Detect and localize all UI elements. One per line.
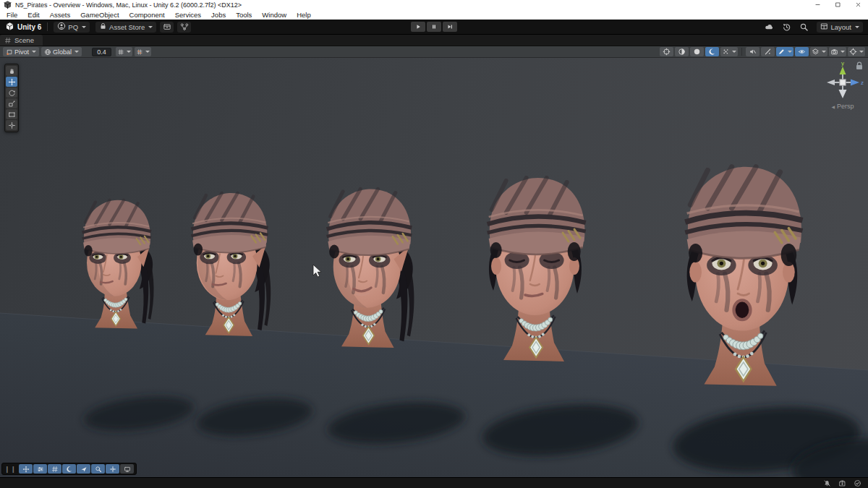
step-button[interactable] xyxy=(443,22,457,32)
transform-overlay-button[interactable] xyxy=(106,464,119,474)
package-import-icon[interactable] xyxy=(838,479,846,487)
chevron-down-icon xyxy=(75,51,79,53)
toolbar-divider xyxy=(741,48,742,56)
bell-muted-icon[interactable] xyxy=(823,479,831,487)
menu-services[interactable]: Services xyxy=(170,11,206,19)
fx-slash-button[interactable] xyxy=(761,47,775,56)
play-button[interactable] xyxy=(411,22,425,32)
menu-window[interactable]: Window xyxy=(257,11,292,19)
pivot-dropdown[interactable]: Pivot xyxy=(3,47,39,56)
pause-button[interactable] xyxy=(427,22,441,32)
properties-overlay-button[interactable] xyxy=(33,464,47,474)
tools-overlay xyxy=(4,64,19,132)
pirate-head-1[interactable] xyxy=(82,200,154,329)
title-bar: N5_Pirates - Overview - Windows, Mac, Li… xyxy=(0,0,868,9)
half-shaded-circle-button[interactable] xyxy=(675,47,689,56)
history-icon[interactable] xyxy=(782,22,791,32)
asset-store-button[interactable]: Asset Store xyxy=(95,22,156,33)
menu-assets[interactable]: Assets xyxy=(45,11,76,19)
audio-muted-button[interactable] xyxy=(746,47,760,56)
view-options-overlay: ❙❙ xyxy=(1,463,137,475)
gizmo-x-axis xyxy=(827,80,835,85)
global-dropdown[interactable]: Global xyxy=(41,47,82,56)
pirate-head-2[interactable] xyxy=(192,193,271,336)
chevron-down-icon xyxy=(859,51,864,53)
unity-editor-window: N5_Pirates - Overview - Windows, Mac, Li… xyxy=(0,0,868,488)
circle-crosshair-button[interactable] xyxy=(660,47,673,56)
overlay-drag-handle[interactable]: ❙❙ xyxy=(4,466,17,473)
tab-scene[interactable]: Scene xyxy=(0,35,43,46)
camera-preview-button[interactable] xyxy=(120,464,134,474)
paint-brush-button[interactable] xyxy=(776,47,793,56)
fly-overlay-button[interactable] xyxy=(77,464,90,474)
pirate-head-4[interactable] xyxy=(488,178,586,361)
filled-circle-button[interactable] xyxy=(690,47,704,56)
cloud-icon[interactable] xyxy=(765,22,774,32)
grid-snap-increment-button[interactable] xyxy=(135,47,151,56)
scale-tool-button[interactable] xyxy=(6,98,17,108)
window-title: N5_Pirates - Overview - Windows, Mac, Li… xyxy=(15,1,242,9)
transform-tool-button[interactable] xyxy=(6,120,17,130)
rotate-tool-button[interactable] xyxy=(6,87,17,98)
search-icon[interactable] xyxy=(799,22,809,32)
play-controls xyxy=(411,22,457,32)
maximize-button[interactable] xyxy=(827,0,848,9)
crescent-moon-button[interactable] xyxy=(705,47,719,56)
hand-tool-button[interactable] xyxy=(6,66,17,76)
moon-overlay-button[interactable] xyxy=(62,464,76,474)
account-button[interactable]: PQ xyxy=(54,22,90,33)
menu-edit[interactable]: Edit xyxy=(22,11,44,19)
unity-logo-icon xyxy=(5,22,14,33)
version-control-button[interactable] xyxy=(177,22,191,33)
menu-file[interactable]: File xyxy=(1,11,22,19)
menu-help[interactable]: Help xyxy=(292,11,316,19)
gizmo-cube xyxy=(840,80,846,85)
menu-component[interactable]: Component xyxy=(124,11,170,19)
archive-button[interactable] xyxy=(160,22,174,33)
unity-app-icon xyxy=(3,0,12,9)
mouse-cursor xyxy=(313,265,321,277)
progress-check-icon[interactable] xyxy=(854,479,861,487)
grid-overlay-button[interactable] xyxy=(48,464,61,474)
chevron-down-icon xyxy=(822,51,826,53)
layout-dropdown[interactable]: Layout xyxy=(817,22,863,33)
grid-size-field[interactable]: 0.4 xyxy=(92,48,111,56)
chevron-down-icon xyxy=(127,51,131,53)
minimize-button[interactable] xyxy=(807,0,827,9)
layout-grid-icon xyxy=(820,22,828,32)
chevron-down-icon xyxy=(788,51,792,53)
eye-button[interactable] xyxy=(795,47,809,56)
move-tool-button[interactable] xyxy=(6,77,17,87)
scene-orientation-gizmo[interactable]: yz ◀ Persp xyxy=(820,61,866,110)
chevron-down-icon xyxy=(855,26,859,28)
chevron-down-icon xyxy=(32,51,36,53)
toolbar-divider xyxy=(47,22,48,31)
search-overlay-button[interactable] xyxy=(91,464,105,474)
bag-icon xyxy=(99,22,107,32)
pirate-head-5[interactable] xyxy=(685,167,802,386)
grid-snap-button[interactable] xyxy=(116,47,132,56)
scene-viewport[interactable]: yz ◀ Persp ❙❙ xyxy=(0,58,868,477)
chevron-down-icon xyxy=(145,51,150,53)
rect-tool-button[interactable] xyxy=(6,109,17,119)
particles-button[interactable] xyxy=(720,47,738,56)
layers-button[interactable] xyxy=(810,47,827,56)
unity-brand: Unity 6 xyxy=(5,22,41,33)
move-overlay-button[interactable] xyxy=(19,464,33,474)
gizmo-down-axis xyxy=(839,90,847,98)
tab-strip: Scene xyxy=(0,35,868,46)
chevron-down-icon xyxy=(841,51,845,53)
lock-icon xyxy=(856,65,862,69)
menu-tools[interactable]: Tools xyxy=(231,11,257,19)
pirate-head-3[interactable] xyxy=(327,189,414,348)
menu-jobs[interactable]: Jobs xyxy=(206,11,231,19)
global-label: Global xyxy=(53,48,72,56)
globe-icon xyxy=(44,48,51,56)
camera-button[interactable] xyxy=(829,47,846,56)
gizmo-z-axis xyxy=(851,80,859,86)
grid-icon xyxy=(4,37,12,44)
menu-gameobject[interactable]: GameObject xyxy=(75,11,124,19)
gizmo-target-button[interactable] xyxy=(848,47,865,56)
projection-mode-label[interactable]: Persp xyxy=(837,103,854,110)
close-button[interactable] xyxy=(848,0,868,9)
